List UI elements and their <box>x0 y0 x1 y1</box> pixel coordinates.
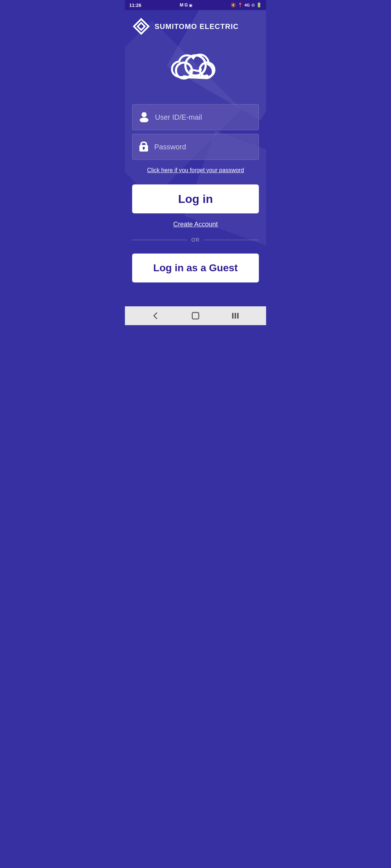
back-button[interactable] <box>148 309 163 323</box>
user-icon <box>138 111 150 124</box>
main-container: SUMITOMO ELECTRIC <box>125 10 266 306</box>
lock-icon <box>138 140 149 154</box>
location-icon: 📍 <box>237 3 243 8</box>
battery-icon: 🔋 <box>256 3 262 8</box>
svg-point-7 <box>140 118 148 122</box>
recent-apps-button[interactable] <box>228 309 243 323</box>
login-button[interactable]: Log in <box>132 184 259 213</box>
svg-rect-10 <box>143 148 144 150</box>
or-line-left <box>132 240 187 240</box>
status-time: 11:26 <box>129 3 141 8</box>
status-app-icons: M G ▣ <box>180 3 192 8</box>
guest-login-button[interactable]: Log in as a Guest <box>132 254 259 282</box>
navigation-bar <box>125 306 266 325</box>
forgot-password-anchor[interactable]: Click here if you forget your password <box>147 167 244 173</box>
svg-rect-14 <box>237 313 239 319</box>
or-line-right <box>204 240 259 240</box>
network-icon: 4G <box>244 3 250 7</box>
create-account-link[interactable]: Create Account <box>132 221 259 228</box>
or-divider: OR <box>132 237 259 243</box>
password-input[interactable] <box>154 143 253 151</box>
svg-rect-12 <box>232 313 234 319</box>
mute-icon: 🔇 <box>231 3 236 8</box>
svg-rect-13 <box>235 313 236 319</box>
or-text: OR <box>192 237 200 243</box>
forgot-password-link[interactable]: Click here if you forget your password <box>132 167 259 174</box>
email-input[interactable] <box>155 113 253 122</box>
google-icon: G <box>185 3 188 8</box>
email-field-container[interactable] <box>132 104 259 130</box>
notification-icon: ▣ <box>189 3 192 7</box>
gmail-icon: M <box>180 3 184 8</box>
cloud-icon <box>170 50 221 86</box>
svg-point-6 <box>142 112 147 117</box>
sumitomo-logo-icon <box>132 17 150 35</box>
block-icon: ⊘ <box>251 3 255 8</box>
svg-rect-11 <box>192 312 199 319</box>
status-bar: 11:26 M G ▣ 🔇 📍 4G ⊘ 🔋 <box>125 0 266 10</box>
logo-area: SUMITOMO ELECTRIC <box>132 17 259 35</box>
status-right-icons: 🔇 📍 4G ⊘ 🔋 <box>231 3 262 8</box>
company-name: SUMITOMO ELECTRIC <box>155 22 239 31</box>
form-area <box>132 104 259 160</box>
password-field-container[interactable] <box>132 134 259 160</box>
home-button[interactable] <box>188 309 203 323</box>
cloud-icon-container <box>132 50 259 86</box>
create-account-anchor[interactable]: Create Account <box>173 221 218 228</box>
